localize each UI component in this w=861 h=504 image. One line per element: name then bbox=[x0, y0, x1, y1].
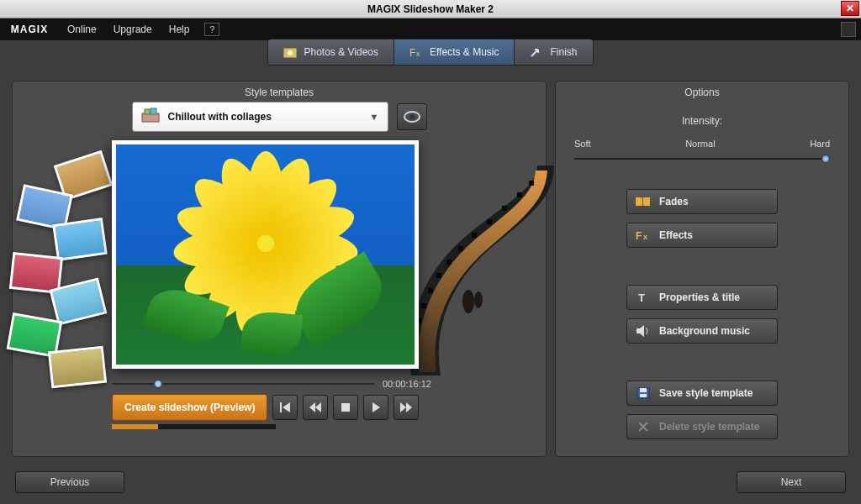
menu-online[interactable]: Online bbox=[59, 24, 105, 35]
stop-icon bbox=[340, 402, 351, 413]
svg-marker-30 bbox=[372, 402, 380, 412]
window-close-button[interactable]: ✕ bbox=[841, 1, 859, 16]
intensity-soft-label: Soft bbox=[574, 139, 591, 149]
svg-rect-15 bbox=[436, 273, 441, 278]
style-templates-panel: Style templates Chillout with collages ▼ bbox=[12, 81, 547, 457]
timeline-slider[interactable] bbox=[112, 380, 374, 388]
delete-style-template-button: Delete style template bbox=[626, 414, 778, 439]
svg-text:x: x bbox=[643, 233, 647, 241]
svg-marker-32 bbox=[406, 402, 412, 412]
chevron-down-icon: ▼ bbox=[370, 112, 379, 122]
tab-finish[interactable]: Finish bbox=[515, 39, 592, 65]
fx-icon: Fx bbox=[409, 46, 423, 58]
fx-icon: Fx bbox=[636, 228, 651, 242]
previous-label: Previous bbox=[50, 476, 90, 488]
svg-point-8 bbox=[409, 114, 415, 119]
svg-point-23 bbox=[462, 290, 474, 313]
svg-text:T: T bbox=[638, 291, 645, 303]
svg-text:F: F bbox=[409, 47, 415, 58]
style-row: Chillout with collages ▼ bbox=[13, 102, 546, 140]
context-help-button[interactable]: ? bbox=[204, 23, 219, 36]
svg-marker-28 bbox=[315, 402, 321, 412]
tab-photos-videos[interactable]: Photos & Videos bbox=[268, 39, 394, 65]
minimize-to-tray-button[interactable] bbox=[841, 22, 856, 37]
preview-style-button[interactable] bbox=[397, 103, 427, 130]
photo-icon bbox=[283, 46, 297, 58]
tab-effects-music[interactable]: Fx Effects & Music bbox=[394, 39, 515, 65]
wizard-tabs: Photos & Videos Fx Effects & Music Finis… bbox=[267, 39, 593, 66]
intensity-slider[interactable] bbox=[574, 154, 830, 164]
delete-label: Delete style template bbox=[659, 421, 759, 433]
export-icon bbox=[530, 46, 543, 58]
timecode-label: 00:00:16:12 bbox=[383, 379, 431, 389]
wizard-footer: Previous Next bbox=[0, 469, 861, 504]
properties-label: Properties & title bbox=[659, 291, 740, 303]
svg-point-1 bbox=[288, 50, 293, 55]
skip-start-button[interactable] bbox=[272, 395, 298, 420]
timeline-track bbox=[112, 383, 374, 385]
preview-area: 00:00:16:12 Create slideshow (Preview) bbox=[13, 140, 546, 417]
next-button[interactable]: Next bbox=[737, 471, 846, 493]
svg-rect-13 bbox=[421, 303, 426, 308]
rewind-button[interactable] bbox=[303, 395, 328, 420]
svg-rect-29 bbox=[341, 403, 350, 412]
style-template-dropdown[interactable]: Chillout with collages ▼ bbox=[132, 102, 388, 132]
previous-button[interactable]: Previous bbox=[15, 471, 124, 493]
stop-button[interactable] bbox=[333, 395, 358, 420]
leaf-decor bbox=[240, 310, 303, 357]
play-button[interactable] bbox=[363, 395, 388, 420]
background-music-button[interactable]: Background music bbox=[626, 318, 778, 344]
menu-upgrade[interactable]: Upgrade bbox=[105, 24, 161, 35]
svg-marker-27 bbox=[309, 402, 315, 412]
fast-forward-button[interactable] bbox=[394, 395, 419, 420]
intensity-scale-labels: Soft Normal Hard bbox=[574, 139, 830, 149]
render-progress bbox=[112, 424, 276, 429]
dropdown-selected-label: Chillout with collages bbox=[168, 111, 272, 123]
svg-rect-17 bbox=[458, 246, 463, 251]
save-icon bbox=[636, 386, 651, 400]
properties-title-button[interactable]: T Properties & title bbox=[626, 285, 778, 310]
fades-label: Fades bbox=[659, 196, 689, 207]
next-label: Next bbox=[781, 476, 802, 488]
options-body: Intensity: Soft Normal Hard Fades Fx Eff… bbox=[556, 102, 848, 456]
timeline-row: 00:00:16:12 bbox=[112, 379, 431, 389]
speaker-icon bbox=[636, 324, 651, 338]
collage-icon bbox=[141, 108, 160, 126]
pointer-help-icon: ? bbox=[209, 24, 214, 34]
music-label: Background music bbox=[659, 325, 750, 337]
menu-help[interactable]: Help bbox=[161, 24, 198, 35]
svg-marker-26 bbox=[283, 402, 290, 412]
options-panel: Options Intensity: Soft Normal Hard Fade… bbox=[555, 81, 849, 457]
fades-icon bbox=[636, 195, 651, 208]
svg-rect-5 bbox=[145, 109, 150, 114]
title-icon: T bbox=[636, 291, 651, 304]
create-button-label: Create slideshow (Preview) bbox=[124, 402, 255, 413]
intensity-normal-label: Normal bbox=[685, 139, 715, 149]
svg-marker-31 bbox=[400, 402, 406, 412]
slider-knob[interactable] bbox=[821, 155, 830, 163]
preview-image bbox=[116, 144, 415, 365]
skip-start-icon bbox=[279, 402, 291, 413]
svg-marker-38 bbox=[637, 325, 644, 337]
fast-forward-icon bbox=[400, 402, 412, 413]
effects-button[interactable]: Fx Effects bbox=[626, 223, 778, 248]
effects-label: Effects bbox=[659, 229, 693, 241]
save-style-template-button[interactable]: Save style template bbox=[626, 381, 778, 406]
tab-label: Finish bbox=[550, 46, 577, 58]
fades-button[interactable]: Fades bbox=[626, 189, 778, 214]
svg-rect-18 bbox=[472, 233, 477, 238]
svg-rect-14 bbox=[428, 288, 433, 293]
brand-logo: MAGIX bbox=[0, 24, 59, 35]
svg-text:x: x bbox=[416, 50, 420, 58]
create-slideshow-button[interactable]: Create slideshow (Preview) bbox=[112, 394, 267, 421]
svg-point-24 bbox=[474, 291, 483, 308]
eye-icon bbox=[403, 110, 421, 123]
svg-rect-6 bbox=[151, 108, 156, 114]
menu-bar: MAGIX Online Upgrade Help ? bbox=[0, 18, 861, 40]
window-title: MAGIX Slideshow Maker 2 bbox=[367, 3, 494, 15]
svg-rect-20 bbox=[502, 206, 507, 211]
delete-icon bbox=[636, 420, 651, 433]
transport-controls: Create slideshow (Preview) bbox=[112, 394, 419, 421]
timeline-playhead[interactable] bbox=[154, 380, 162, 388]
rewind-icon bbox=[309, 402, 321, 413]
